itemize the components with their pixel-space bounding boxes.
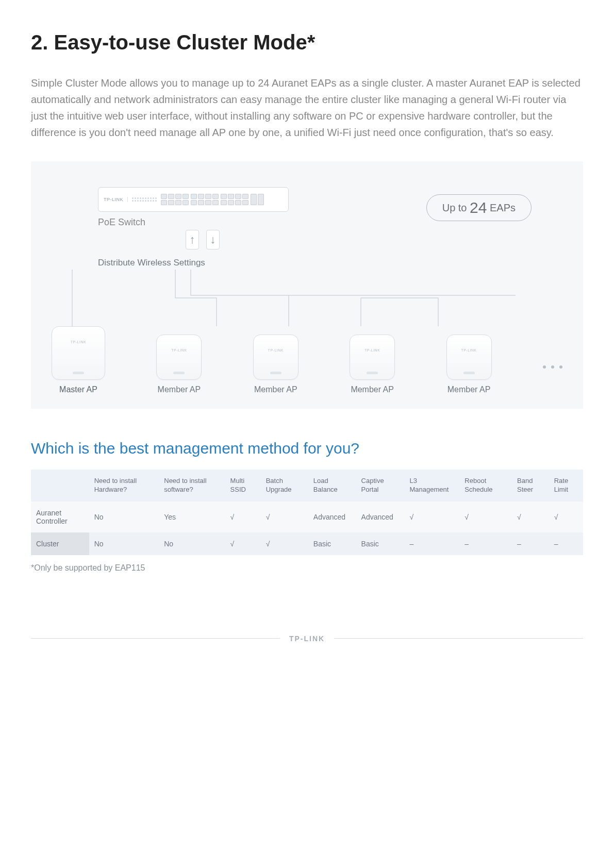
footer: TP-LINK: [31, 635, 583, 643]
ap-label: Member AP: [351, 385, 394, 394]
member-ap: TP-LINK Member AP: [446, 335, 492, 394]
eap-count-badge: Up to 24 EAPs: [426, 194, 532, 221]
ap-label: Master AP: [59, 385, 97, 394]
badge-number: 24: [470, 199, 487, 216]
col-header: Need to install Hardware?: [89, 470, 159, 502]
ap-device-icon: TP-LINK: [156, 335, 202, 380]
badge-prefix: Up to: [442, 202, 470, 213]
intro-paragraph: Simple Cluster Mode allows you to manage…: [31, 75, 583, 141]
cluster-diagram: TP-LINK PoE Switch Up to 24 EAPs ↑ ↓ Dis…: [31, 161, 583, 409]
cell: √: [225, 532, 261, 555]
cell: No: [89, 532, 159, 555]
cell: √: [261, 532, 308, 555]
col-header: [31, 470, 89, 502]
cell: No: [89, 502, 159, 532]
col-header: Captive Portal: [356, 470, 405, 502]
cell: √: [459, 502, 512, 532]
col-header: Multi SSID: [225, 470, 261, 502]
row-label: Cluster: [31, 532, 89, 555]
member-ap: TP-LINK Member AP: [156, 335, 202, 394]
cell: Basic: [308, 532, 356, 555]
master-ap: TP-LINK Master AP: [52, 326, 105, 394]
row-label: Auranet Controller: [31, 502, 89, 532]
member-ap: TP-LINK Member AP: [350, 335, 395, 394]
cell: √: [405, 502, 460, 532]
col-header: Band Steer: [512, 470, 549, 502]
cell: Advanced: [356, 502, 405, 532]
cell: –: [512, 532, 549, 555]
col-header: Batch Upgrade: [261, 470, 308, 502]
cell: √: [512, 502, 549, 532]
ap-device-icon: TP-LINK: [446, 335, 492, 380]
member-ap: TP-LINK Member AP: [253, 335, 298, 394]
cell: Basic: [356, 532, 405, 555]
footnote: *Only be supported by EAP115: [31, 563, 583, 573]
col-header: Rate Limit: [549, 470, 583, 502]
col-header: L3 Management: [405, 470, 460, 502]
cell: Yes: [159, 502, 225, 532]
page-title: 2. Easy-to-use Cluster Mode*: [31, 31, 583, 54]
ap-label: Member AP: [447, 385, 491, 394]
table-row: Cluster No No √ √ Basic Basic – – – –: [31, 532, 583, 555]
divider-line: [334, 638, 583, 639]
cell: –: [549, 532, 583, 555]
cell: √: [261, 502, 308, 532]
subheading: Which is the best management method for …: [31, 440, 583, 457]
ap-device-icon: TP-LINK: [350, 335, 395, 380]
divider-line: [31, 638, 280, 639]
col-header: Reboot Schedule: [459, 470, 512, 502]
ap-label: Member AP: [254, 385, 297, 394]
col-header: Need to install software?: [159, 470, 225, 502]
cell: √: [549, 502, 583, 532]
cell: –: [459, 532, 512, 555]
col-header: Load Balance: [308, 470, 356, 502]
cell: Advanced: [308, 502, 356, 532]
topology-lines: [31, 270, 546, 326]
footer-brand: TP-LINK: [289, 635, 325, 643]
ap-device-icon: TP-LINK: [253, 335, 298, 380]
ap-label: Member AP: [158, 385, 201, 394]
arrow-up-icon: ↑: [186, 230, 199, 249]
ellipsis-icon: [543, 365, 562, 369]
badge-suffix: EAPs: [487, 202, 516, 213]
ap-device-icon: TP-LINK: [52, 326, 105, 380]
switch-led-block: [132, 197, 157, 202]
cell: –: [405, 532, 460, 555]
arrow-down-icon: ↓: [206, 230, 220, 249]
cell: √: [225, 502, 261, 532]
poe-switch-label: PoE Switch: [98, 217, 289, 228]
switch-brand-label: TP-LINK: [104, 197, 128, 202]
table-row: Auranet Controller No Yes √ √ Advanced A…: [31, 502, 583, 532]
switch-port-block: [161, 194, 264, 205]
comparison-table: Need to install Hardware? Need to instal…: [31, 470, 583, 555]
poe-switch-device: TP-LINK: [98, 187, 289, 212]
distribute-label: Distribute Wireless Settings: [98, 258, 562, 268]
ap-row: TP-LINK Master AP TP-LINK Member AP TP-L…: [52, 326, 562, 394]
cell: No: [159, 532, 225, 555]
